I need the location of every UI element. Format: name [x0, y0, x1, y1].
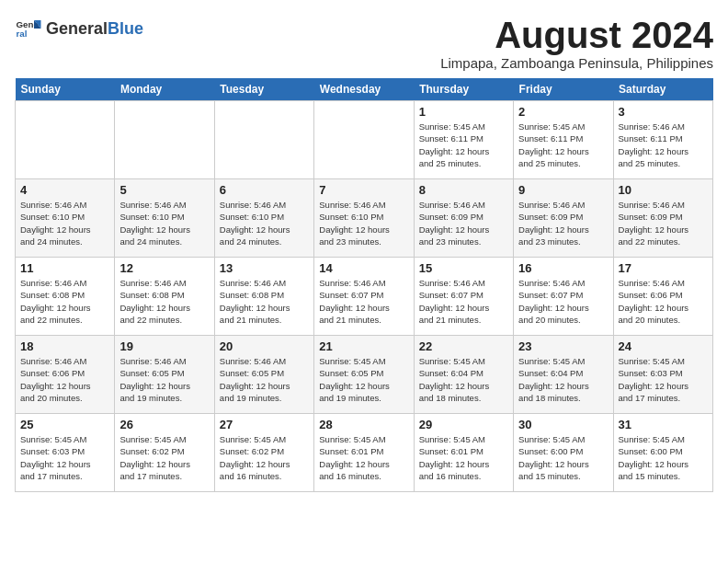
day-info: Sunrise: 5:45 AM Sunset: 6:04 PM Dayligh… [518, 355, 608, 404]
calendar-cell [214, 101, 313, 179]
calendar-cell [115, 101, 214, 179]
header-saturday: Saturday [613, 78, 712, 101]
day-number: 30 [518, 418, 608, 431]
day-number: 22 [419, 339, 508, 353]
day-info: Sunrise: 5:45 AM Sunset: 6:11 PM Dayligh… [419, 121, 508, 169]
day-info: Sunrise: 5:46 AM Sunset: 6:11 PM Dayligh… [619, 121, 708, 169]
calendar-cell: 15Sunrise: 5:46 AM Sunset: 6:07 PM Dayli… [414, 258, 513, 336]
logo-text-blue: Blue [108, 19, 143, 39]
header-friday: Friday [514, 78, 613, 101]
calendar-cell: 6Sunrise: 5:46 AM Sunset: 6:10 PM Daylig… [214, 179, 313, 258]
header-sunday: Sunday [16, 78, 115, 101]
logo: Gene ral GeneralBlue [15, 15, 143, 42]
calendar-cell: 31Sunrise: 5:45 AM Sunset: 6:00 PM Dayli… [613, 414, 712, 492]
calendar-week-2: 4Sunrise: 5:46 AM Sunset: 6:10 PM Daylig… [16, 179, 713, 258]
calendar-table: SundayMondayTuesdayWednesdayThursdayFrid… [15, 78, 713, 492]
day-number: 8 [419, 183, 508, 197]
day-number: 2 [518, 105, 608, 119]
calendar-cell: 18Sunrise: 5:46 AM Sunset: 6:06 PM Dayli… [16, 336, 115, 414]
calendar-week-1: 1Sunrise: 5:45 AM Sunset: 6:11 PM Daylig… [16, 101, 713, 179]
day-info: Sunrise: 5:46 AM Sunset: 6:07 PM Dayligh… [419, 277, 508, 326]
calendar-header-row: SundayMondayTuesdayWednesdayThursdayFrid… [16, 78, 713, 101]
logo-icon: Gene ral [15, 15, 42, 42]
day-info: Sunrise: 5:46 AM Sunset: 6:08 PM Dayligh… [119, 277, 209, 326]
day-info: Sunrise: 5:45 AM Sunset: 6:01 PM Dayligh… [419, 433, 508, 482]
day-number: 10 [619, 183, 708, 197]
calendar-cell: 26Sunrise: 5:45 AM Sunset: 6:02 PM Dayli… [115, 414, 214, 492]
day-info: Sunrise: 5:46 AM Sunset: 6:08 PM Dayligh… [20, 277, 109, 326]
calendar-cell: 11Sunrise: 5:46 AM Sunset: 6:08 PM Dayli… [16, 258, 115, 336]
day-number: 5 [119, 183, 209, 197]
day-info: Sunrise: 5:46 AM Sunset: 6:05 PM Dayligh… [119, 355, 209, 404]
calendar-cell: 1Sunrise: 5:45 AM Sunset: 6:11 PM Daylig… [414, 101, 513, 179]
day-info: Sunrise: 5:45 AM Sunset: 6:04 PM Dayligh… [419, 355, 508, 404]
header-thursday: Thursday [414, 78, 513, 101]
calendar-subtitle: Limpapa, Zamboanga Peninsula, Philippine… [440, 55, 713, 71]
header-wednesday: Wednesday [314, 78, 414, 101]
day-number: 16 [518, 261, 608, 275]
svg-text:ral: ral [17, 29, 28, 39]
day-info: Sunrise: 5:46 AM Sunset: 6:06 PM Dayligh… [619, 277, 708, 326]
day-number: 9 [518, 183, 608, 197]
day-number: 24 [619, 339, 708, 353]
day-number: 27 [220, 418, 309, 431]
day-number: 21 [319, 339, 408, 353]
calendar-week-4: 18Sunrise: 5:46 AM Sunset: 6:06 PM Dayli… [16, 336, 713, 414]
day-number: 29 [419, 418, 508, 431]
day-info: Sunrise: 5:45 AM Sunset: 6:00 PM Dayligh… [518, 433, 608, 482]
day-info: Sunrise: 5:45 AM Sunset: 6:00 PM Dayligh… [619, 433, 708, 482]
day-number: 31 [619, 418, 708, 431]
day-info: Sunrise: 5:45 AM Sunset: 6:05 PM Dayligh… [319, 355, 408, 404]
day-number: 23 [518, 339, 608, 353]
day-info: Sunrise: 5:45 AM Sunset: 6:01 PM Dayligh… [319, 433, 408, 482]
day-info: Sunrise: 5:46 AM Sunset: 6:09 PM Dayligh… [419, 199, 508, 247]
day-info: Sunrise: 5:45 AM Sunset: 6:03 PM Dayligh… [619, 355, 708, 404]
day-number: 26 [119, 418, 209, 431]
day-number: 18 [20, 339, 109, 353]
calendar-cell: 20Sunrise: 5:46 AM Sunset: 6:05 PM Dayli… [214, 336, 313, 414]
calendar-cell: 29Sunrise: 5:45 AM Sunset: 6:01 PM Dayli… [414, 414, 513, 492]
day-info: Sunrise: 5:46 AM Sunset: 6:05 PM Dayligh… [220, 355, 309, 404]
calendar-cell: 3Sunrise: 5:46 AM Sunset: 6:11 PM Daylig… [613, 101, 712, 179]
calendar-title: August 2024 [440, 15, 713, 55]
day-number: 17 [619, 261, 708, 275]
day-info: Sunrise: 5:45 AM Sunset: 6:02 PM Dayligh… [119, 433, 209, 482]
calendar-cell: 28Sunrise: 5:45 AM Sunset: 6:01 PM Dayli… [314, 414, 414, 492]
page-header: Gene ral GeneralBlue August 2024 Limpapa… [15, 15, 713, 71]
header-tuesday: Tuesday [214, 78, 313, 101]
day-info: Sunrise: 5:46 AM Sunset: 6:06 PM Dayligh… [20, 355, 109, 404]
day-number: 19 [119, 339, 209, 353]
day-number: 20 [220, 339, 309, 353]
calendar-cell [314, 101, 414, 179]
day-info: Sunrise: 5:46 AM Sunset: 6:09 PM Dayligh… [619, 199, 708, 247]
calendar-cell: 8Sunrise: 5:46 AM Sunset: 6:09 PM Daylig… [414, 179, 513, 258]
calendar-cell: 27Sunrise: 5:45 AM Sunset: 6:02 PM Dayli… [214, 414, 313, 492]
day-number: 25 [20, 418, 109, 431]
calendar-cell: 21Sunrise: 5:45 AM Sunset: 6:05 PM Dayli… [314, 336, 414, 414]
calendar-cell: 23Sunrise: 5:45 AM Sunset: 6:04 PM Dayli… [514, 336, 613, 414]
day-info: Sunrise: 5:46 AM Sunset: 6:09 PM Dayligh… [518, 199, 608, 247]
calendar-cell [16, 101, 115, 179]
calendar-cell: 16Sunrise: 5:46 AM Sunset: 6:07 PM Dayli… [514, 258, 613, 336]
day-number: 7 [319, 183, 408, 197]
day-info: Sunrise: 5:46 AM Sunset: 6:07 PM Dayligh… [319, 277, 408, 326]
day-info: Sunrise: 5:46 AM Sunset: 6:07 PM Dayligh… [518, 277, 608, 326]
calendar-cell: 17Sunrise: 5:46 AM Sunset: 6:06 PM Dayli… [613, 258, 712, 336]
day-number: 1 [419, 105, 508, 119]
calendar-cell: 24Sunrise: 5:45 AM Sunset: 6:03 PM Dayli… [613, 336, 712, 414]
day-info: Sunrise: 5:46 AM Sunset: 6:10 PM Dayligh… [220, 199, 309, 247]
day-number: 28 [319, 418, 408, 431]
calendar-cell: 22Sunrise: 5:45 AM Sunset: 6:04 PM Dayli… [414, 336, 513, 414]
calendar-cell: 13Sunrise: 5:46 AM Sunset: 6:08 PM Dayli… [214, 258, 313, 336]
day-number: 4 [20, 183, 109, 197]
day-number: 6 [220, 183, 309, 197]
title-area: August 2024 Limpapa, Zamboanga Peninsula… [440, 15, 713, 71]
day-info: Sunrise: 5:46 AM Sunset: 6:10 PM Dayligh… [119, 199, 209, 247]
day-info: Sunrise: 5:45 AM Sunset: 6:03 PM Dayligh… [20, 433, 109, 482]
day-info: Sunrise: 5:46 AM Sunset: 6:10 PM Dayligh… [319, 199, 408, 247]
calendar-cell: 9Sunrise: 5:46 AM Sunset: 6:09 PM Daylig… [514, 179, 613, 258]
calendar-cell: 4Sunrise: 5:46 AM Sunset: 6:10 PM Daylig… [16, 179, 115, 258]
header-monday: Monday [115, 78, 214, 101]
calendar-cell: 30Sunrise: 5:45 AM Sunset: 6:00 PM Dayli… [514, 414, 613, 492]
logo-text-general: General [46, 19, 108, 39]
